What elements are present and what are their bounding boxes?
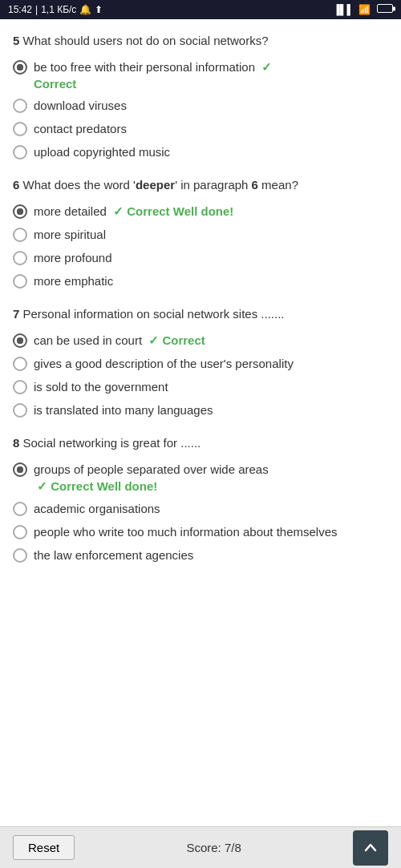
chevron-up-icon bbox=[363, 840, 379, 856]
question-5-options: be too free with their personal informat… bbox=[13, 59, 388, 160]
list-item: the law enforcement agencies bbox=[13, 547, 388, 563]
option-label-q6d: more emphatic bbox=[34, 273, 113, 289]
list-item: can be used in court ✓ Correct bbox=[13, 332, 388, 349]
list-item: people who write too much information ab… bbox=[13, 523, 388, 540]
signal-icon: ▐▌▌ bbox=[333, 4, 354, 15]
radio-q8b[interactable] bbox=[13, 502, 27, 516]
list-item: is sold to the government bbox=[13, 378, 388, 395]
question-8-text: 8 Social networking is great for ...... bbox=[13, 434, 388, 451]
option-label-q5b: download viruses bbox=[34, 97, 127, 114]
status-bar: 15:42 | 1,1 КБ/с 🔔 ⬆ ▐▌▌ 📶 bbox=[0, 0, 401, 19]
radio-q8d[interactable] bbox=[13, 548, 27, 563]
main-content: 5 What should users not do on social net… bbox=[0, 19, 401, 826]
bell-icon: 🔔 bbox=[79, 4, 91, 15]
radio-q5b[interactable] bbox=[13, 99, 27, 113]
option-label-q8d: the law enforcement agencies bbox=[34, 547, 193, 563]
option-label-q5c: contact predators bbox=[34, 120, 127, 137]
radio-q6a[interactable] bbox=[13, 204, 27, 219]
list-item: gives a good description of the user's p… bbox=[13, 355, 388, 372]
question-8-options: groups of people separated over wide are… bbox=[13, 461, 388, 563]
question-7: 7 Personal information on social network… bbox=[13, 305, 388, 418]
radio-q6c[interactable] bbox=[13, 251, 27, 265]
footer-bar: Reset Score: 7/8 bbox=[0, 826, 401, 868]
question-5: 5 What should users not do on social net… bbox=[13, 32, 388, 160]
list-item: upload copyrighted music bbox=[13, 143, 388, 160]
score-text: Score: 7/8 bbox=[186, 841, 241, 854]
radio-q7b[interactable] bbox=[13, 357, 27, 371]
option-label-q7d: is translated into many languages bbox=[34, 402, 213, 418]
option-label-q5a: be too free with their personal informat… bbox=[34, 59, 272, 91]
option-label-q7b: gives a good description of the user's p… bbox=[34, 355, 294, 372]
radio-q7a[interactable] bbox=[13, 333, 27, 348]
status-left: 15:42 | 1,1 КБ/с 🔔 ⬆ bbox=[8, 4, 103, 15]
question-6-options: more detailed ✓ Correct Well done! more … bbox=[13, 203, 388, 289]
question-6: 6 What does the word 'deeper' in paragra… bbox=[13, 176, 388, 289]
status-right: ▐▌▌ 📶 bbox=[333, 4, 393, 15]
wifi-icon: 📶 bbox=[358, 4, 371, 15]
list-item: download viruses bbox=[13, 97, 388, 114]
upload-icon: ⬆ bbox=[95, 4, 103, 15]
radio-q8a[interactable] bbox=[13, 462, 27, 477]
option-label-q6b: more spiritual bbox=[34, 226, 106, 243]
option-label-q6a: more detailed ✓ Correct Well done! bbox=[34, 203, 233, 220]
radio-q5a[interactable] bbox=[13, 60, 27, 75]
radio-q7d[interactable] bbox=[13, 403, 27, 418]
list-item: more spiritual bbox=[13, 226, 388, 243]
question-7-text: 7 Personal information on social network… bbox=[13, 305, 388, 322]
list-item: contact predators bbox=[13, 120, 388, 137]
list-item: more emphatic bbox=[13, 273, 388, 289]
list-item: be too free with their personal informat… bbox=[13, 59, 388, 91]
question-8: 8 Social networking is great for ...... … bbox=[13, 434, 388, 563]
option-label-q8b: academic organisations bbox=[34, 500, 160, 517]
question-5-text: 5 What should users not do on social net… bbox=[13, 32, 388, 49]
network-speed: | bbox=[35, 4, 38, 15]
radio-q6d[interactable] bbox=[13, 274, 27, 289]
correct-label-q5: Correct bbox=[34, 77, 76, 91]
network-speed-value: 1,1 КБ/с bbox=[41, 4, 76, 15]
list-item: academic organisations bbox=[13, 500, 388, 517]
list-item: is translated into many languages bbox=[13, 402, 388, 418]
list-item: more detailed ✓ Correct Well done! bbox=[13, 203, 388, 220]
option-label-q8a: groups of people separated over wide are… bbox=[34, 461, 269, 494]
option-label-q6c: more profound bbox=[34, 249, 112, 266]
list-item: more profound bbox=[13, 249, 388, 266]
reset-button[interactable]: Reset bbox=[13, 835, 75, 860]
list-item: groups of people separated over wide are… bbox=[13, 461, 388, 494]
radio-q5c[interactable] bbox=[13, 122, 27, 136]
option-label-q7a: can be used in court ✓ Correct bbox=[34, 332, 205, 349]
radio-q6b[interactable] bbox=[13, 228, 27, 242]
battery-icon bbox=[375, 4, 393, 15]
question-7-options: can be used in court ✓ Correct gives a g… bbox=[13, 332, 388, 418]
option-label-q5d: upload copyrighted music bbox=[34, 143, 170, 160]
scroll-up-button[interactable] bbox=[353, 830, 388, 866]
option-label-q7c: is sold to the government bbox=[34, 378, 168, 395]
radio-q5d[interactable] bbox=[13, 145, 27, 159]
radio-q7c[interactable] bbox=[13, 380, 27, 394]
option-label-q8c: people who write too much information ab… bbox=[34, 523, 338, 540]
radio-q8c[interactable] bbox=[13, 525, 27, 539]
time: 15:42 bbox=[8, 4, 32, 15]
question-6-text: 6 What does the word 'deeper' in paragra… bbox=[13, 176, 388, 193]
